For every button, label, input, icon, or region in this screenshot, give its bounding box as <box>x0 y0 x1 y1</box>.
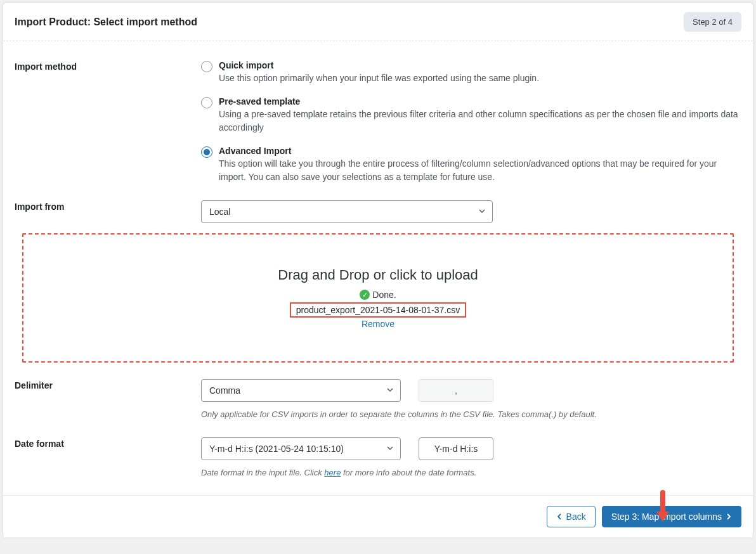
date-format-row: Date format Y-m-d H:i:s (2021-05-24 10:1… <box>15 437 741 479</box>
date-format-help-link[interactable]: here <box>324 468 341 477</box>
radio-input[interactable] <box>201 61 212 72</box>
import-method-row: Import method Quick import Use this opti… <box>15 60 741 184</box>
delimiter-row: Delimiter Comma , Only applicable for CS… <box>15 379 741 421</box>
uploaded-filename: product_export_2021-05-14-08-01-37.csv <box>290 302 466 318</box>
card-header: Import Product: Select import method Ste… <box>3 3 753 41</box>
radio-title: Quick import <box>219 60 741 70</box>
delimiter-help: Only applicable for CSV imports in order… <box>201 408 741 421</box>
import-method-label: Import method <box>15 60 201 184</box>
arrow-annotation-icon <box>655 490 670 525</box>
chevron-down-icon <box>386 385 394 396</box>
radio-input[interactable] <box>201 146 212 158</box>
delimiter-select[interactable]: Comma <box>201 379 401 402</box>
select-value: Local <box>209 207 230 217</box>
import-method-options: Quick import Use this option primarily w… <box>201 60 741 184</box>
date-format-value-display: Y-m-d H:i:s <box>419 437 493 460</box>
import-from-field: Local <box>201 200 741 223</box>
radio-title: Advanced Import <box>219 146 741 156</box>
radio-input[interactable] <box>201 97 212 108</box>
chevron-down-icon <box>478 207 486 217</box>
next-step-button[interactable]: Step 3: Map import columns <box>602 506 741 527</box>
file-dropzone[interactable]: Drag and Drop or click to upload ✓ Done.… <box>22 233 734 363</box>
delimiter-field: Comma , Only applicable for CSV imports … <box>201 379 741 421</box>
back-button[interactable]: Back <box>547 506 596 527</box>
date-format-select[interactable]: Y-m-d H:i:s (2021-05-24 10:15:10) <box>201 437 401 460</box>
help-prefix: Date format in the input file. Click <box>201 468 324 477</box>
chevron-right-icon <box>726 512 732 522</box>
radio-option-presaved-template[interactable]: Pre-saved template Using a pre-saved tem… <box>201 96 741 134</box>
check-circle-icon: ✓ <box>360 290 370 300</box>
chevron-down-icon <box>386 444 394 454</box>
date-format-help: Date format in the input file. Click her… <box>201 467 741 479</box>
radio-title: Pre-saved template <box>219 96 741 106</box>
import-from-label: Import from <box>15 200 201 223</box>
upload-status: ✓ Done. <box>360 290 396 300</box>
card-body: Import method Quick import Use this opti… <box>3 41 753 495</box>
radio-text: Advanced Import This option will take yo… <box>219 146 741 184</box>
radio-desc: This option will take you through the en… <box>219 157 741 184</box>
done-label: Done. <box>372 290 396 300</box>
radio-option-advanced-import[interactable]: Advanced Import This option will take yo… <box>201 146 741 184</box>
delimiter-value-display: , <box>419 379 493 402</box>
radio-desc: Using a pre-saved template retains the p… <box>219 108 741 134</box>
delimiter-label: Delimiter <box>15 379 201 421</box>
import-from-select[interactable]: Local <box>201 200 493 223</box>
date-format-label: Date format <box>15 437 201 479</box>
step-badge: Step 2 of 4 <box>684 12 741 32</box>
import-from-row: Import from Local <box>15 200 741 223</box>
back-label: Back <box>566 512 586 522</box>
radio-text: Pre-saved template Using a pre-saved tem… <box>219 96 741 134</box>
date-format-field: Y-m-d H:i:s (2021-05-24 10:15:10) Y-m-d … <box>201 437 741 479</box>
remove-file-link[interactable]: Remove <box>362 319 394 329</box>
radio-text: Quick import Use this option primarily w… <box>219 60 741 85</box>
card-footer: Back Step 3: Map import columns <box>3 495 753 538</box>
page-title: Import Product: Select import method <box>15 16 197 28</box>
radio-desc: Use this option primarily when your inpu… <box>219 72 741 85</box>
help-suffix: for more info about the date formats. <box>341 468 476 477</box>
import-product-card: Import Product: Select import method Ste… <box>3 3 753 538</box>
select-value: Comma <box>209 385 240 396</box>
radio-option-quick-import[interactable]: Quick import Use this option primarily w… <box>201 60 741 85</box>
select-value: Y-m-d H:i:s (2021-05-24 10:15:10) <box>209 444 344 454</box>
chevron-left-icon <box>556 512 563 522</box>
dropzone-title: Drag and Drop or click to upload <box>278 267 478 283</box>
